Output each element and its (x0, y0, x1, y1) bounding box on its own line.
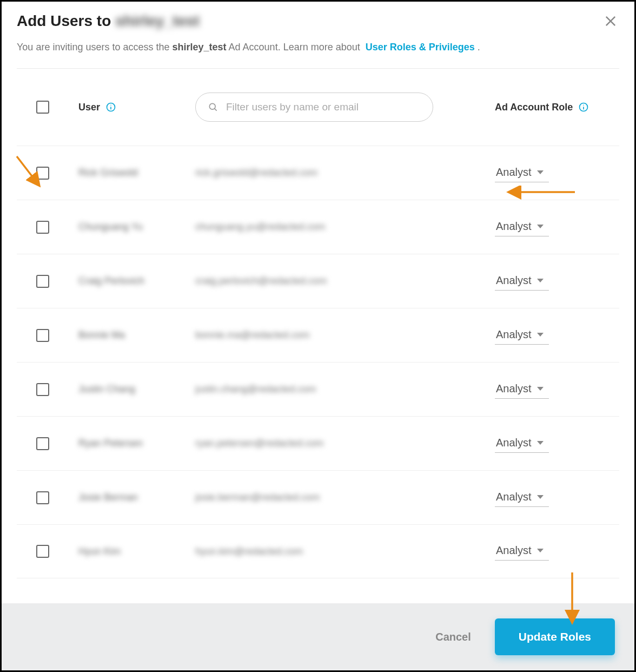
role-select[interactable]: Analyst (495, 380, 549, 399)
select-all-checkbox[interactable] (36, 101, 49, 114)
row-check-cell (17, 545, 55, 558)
user-name: Ryan Petersen (55, 438, 195, 449)
role-cell: Analyst (495, 326, 619, 345)
add-users-modal: Add Users to shirley_test You are inviti… (0, 0, 636, 672)
role-cell: Analyst (495, 272, 619, 291)
title-prefix: Add Users to (17, 12, 111, 30)
table-row: Ryan Petersenryan.petersen@redacted.comA… (17, 416, 619, 470)
row-check-cell (17, 437, 55, 450)
role-value: Analyst (496, 166, 532, 179)
info-icon[interactable] (105, 102, 116, 113)
role-select[interactable]: Analyst (495, 326, 549, 345)
info-icon[interactable] (578, 102, 589, 113)
user-name: Chunguang Yu (55, 221, 195, 233)
title-account-name: shirley_test (115, 12, 200, 30)
table-row: Justin Changjustin.chang@redacted.comAna… (17, 362, 619, 416)
subtext-trail: . (475, 42, 480, 52)
chevron-down-icon (537, 333, 544, 337)
row-checkbox[interactable] (36, 437, 49, 450)
chevron-down-icon (537, 387, 544, 391)
role-value: Analyst (496, 274, 532, 287)
table-row: Bonnie Mabonnie.ma@redacted.comAnalyst (17, 308, 619, 362)
svg-point-4 (110, 104, 111, 106)
user-name: Hyun Kim (55, 546, 195, 557)
select-all-cell (17, 101, 55, 114)
modal-title: Add Users to shirley_test (17, 12, 619, 30)
role-value: Analyst (496, 491, 532, 503)
table-row: Hyun Kimhyun.kim@redacted.comAnalyst (17, 524, 619, 578)
table-row: Craig Perlovichcraig.perlovich@redacted.… (17, 254, 619, 308)
table-row: Chunguang Yuchunguang.yu@redacted.comAna… (17, 200, 619, 254)
subtext-pre: You are inviting users to access the (17, 42, 173, 52)
row-checkbox[interactable] (36, 167, 49, 180)
filter-users-input[interactable] (226, 101, 421, 113)
svg-point-5 (209, 103, 215, 109)
row-check-cell (17, 221, 55, 234)
subtext-account: shirley_test (173, 42, 227, 52)
subtext-post: Ad Account. Learn more about (227, 42, 363, 52)
user-email: rick.griswold@redacted.com (195, 167, 495, 179)
table-body: Rick Griswoldrick.griswold@redacted.comA… (17, 146, 619, 578)
user-name: Josie Berman (55, 492, 195, 503)
modal-subtext: You are inviting users to access the shi… (2, 35, 634, 68)
filter-cell (195, 93, 495, 122)
role-value: Analyst (496, 220, 532, 233)
role-select[interactable]: Analyst (495, 272, 549, 291)
user-name: Justin Chang (55, 384, 195, 395)
chevron-down-icon (537, 170, 544, 174)
role-header-label: Ad Account Role (495, 102, 573, 113)
update-roles-button[interactable]: Update Roles (495, 618, 615, 655)
role-select[interactable]: Analyst (495, 164, 549, 182)
user-email: ryan.petersen@redacted.com (195, 438, 495, 449)
user-email: bonnie.ma@redacted.com (195, 330, 495, 341)
user-column-header: User (55, 102, 195, 113)
user-header-label: User (78, 102, 100, 113)
roles-privileges-link[interactable]: User Roles & Privileges (366, 42, 475, 52)
row-checkbox[interactable] (36, 275, 49, 288)
chevron-down-icon (537, 549, 544, 552)
role-select[interactable]: Analyst (495, 489, 549, 507)
row-checkbox[interactable] (36, 491, 49, 504)
chevron-down-icon (537, 441, 544, 445)
close-icon[interactable] (603, 14, 618, 29)
role-value: Analyst (496, 383, 532, 395)
filter-users-field[interactable] (195, 93, 433, 122)
user-email: craig.perlovich@redacted.com (195, 275, 495, 287)
row-checkbox[interactable] (36, 221, 49, 234)
users-table: User Ad Account Role (2, 69, 634, 603)
user-email: justin.chang@redacted.com (195, 384, 495, 395)
row-checkbox[interactable] (36, 383, 49, 396)
user-email: hyun.kim@redacted.com (195, 546, 495, 557)
user-name: Bonnie Ma (55, 330, 195, 341)
role-cell: Analyst (495, 164, 619, 182)
row-check-cell (17, 275, 55, 288)
row-check-cell (17, 491, 55, 504)
row-checkbox[interactable] (36, 329, 49, 342)
row-check-cell (17, 167, 55, 180)
search-icon (208, 102, 218, 113)
svg-point-9 (584, 104, 585, 106)
user-name: Rick Griswold (55, 167, 195, 179)
user-name: Craig Perlovich (55, 275, 195, 287)
role-select[interactable]: Analyst (495, 218, 549, 236)
role-value: Analyst (496, 544, 532, 557)
user-email: josie.berman@redacted.com (195, 492, 495, 503)
role-value: Analyst (496, 328, 532, 341)
chevron-down-icon (537, 279, 544, 282)
role-column-header: Ad Account Role (495, 102, 619, 113)
role-value: Analyst (496, 437, 532, 449)
role-select[interactable]: Analyst (495, 434, 549, 453)
role-cell: Analyst (495, 434, 619, 453)
row-check-cell (17, 329, 55, 342)
modal-footer: Cancel Update Roles (2, 603, 634, 670)
role-select[interactable]: Analyst (495, 542, 549, 561)
row-checkbox[interactable] (36, 545, 49, 558)
table-header: User Ad Account Role (17, 69, 619, 146)
role-cell: Analyst (495, 380, 619, 399)
table-row: Josie Bermanjosie.berman@redacted.comAna… (17, 470, 619, 524)
role-cell: Analyst (495, 489, 619, 507)
chevron-down-icon (537, 225, 544, 228)
row-check-cell (17, 383, 55, 396)
user-email: chunguang.yu@redacted.com (195, 221, 495, 233)
cancel-button[interactable]: Cancel (435, 631, 471, 643)
